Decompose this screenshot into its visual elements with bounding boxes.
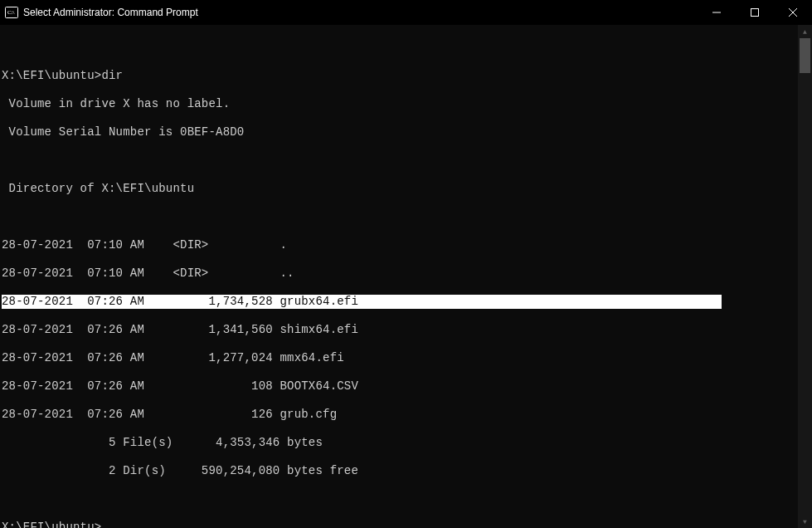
svg-rect-3 [751,9,759,17]
dir-row: 28-07-2021 07:26 AM 108 BOOTX64.CSV [2,379,812,394]
blank-line [2,492,812,506]
prompt: X:\EFI\ubuntu> [2,69,101,82]
scroll-up-icon[interactable]: ▲ [798,25,812,38]
svg-text:C:\: C:\ [7,9,15,16]
summary-dirs-line: 2 Dir(s) 590,254,080 bytes free [2,464,812,478]
command: dir [101,69,123,82]
prompt-line: X:\EFI\ubuntu>dir [2,69,812,83]
volume-label-line: Volume in drive X has no label. [2,97,812,111]
prompt-line: X:\EFI\ubuntu> [2,521,812,528]
selected-text: 28-07-2021 07:26 AM 1,734,528 grubx64.ef… [2,295,722,309]
vertical-scrollbar[interactable]: ▲ ▼ [798,25,812,528]
blank-line [2,210,812,224]
dir-row-selected: 28-07-2021 07:26 AM 1,734,528 grubx64.ef… [2,295,812,309]
blank-line [2,41,812,55]
blank-line [2,154,812,168]
minimize-button[interactable] [698,0,736,25]
dir-row: 28-07-2021 07:26 AM 1,277,024 mmx64.efi [2,351,812,365]
dir-row: 28-07-2021 07:10 AM <DIR> . [2,238,812,252]
summary-files-line: 5 File(s) 4,353,346 bytes [2,436,812,450]
cmd-icon: C:\ [5,6,18,19]
terminal-output[interactable]: X:\EFI\ubuntu>dir Volume in drive X has … [0,25,812,528]
volume-serial-line: Volume Serial Number is 0BEF-A8D0 [2,125,812,139]
maximize-button[interactable] [736,0,774,25]
dir-row: 28-07-2021 07:10 AM <DIR> .. [2,266,812,281]
scroll-thumb[interactable] [800,38,810,73]
window-controls [698,0,812,25]
close-button[interactable] [774,0,812,25]
dir-row: 28-07-2021 07:26 AM 126 grub.cfg [2,408,812,422]
prompt: X:\EFI\ubuntu> [2,521,101,528]
scroll-down-icon[interactable]: ▼ [798,515,812,528]
directory-of-line: Directory of X:\EFI\ubuntu [2,182,812,196]
window-titlebar: C:\ Select Administrator: Command Prompt [0,0,812,25]
dir-row: 28-07-2021 07:26 AM 1,341,560 shimx64.ef… [2,323,812,337]
titlebar-left: C:\ Select Administrator: Command Prompt [0,6,198,19]
window-title: Select Administrator: Command Prompt [23,7,198,18]
